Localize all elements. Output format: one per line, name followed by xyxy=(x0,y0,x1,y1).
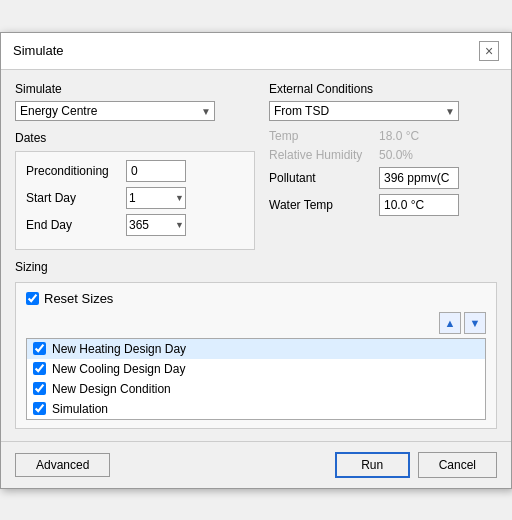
main-row: Simulate Energy Centre ▼ Dates Precondit… xyxy=(15,82,497,250)
humidity-row: Relative Humidity 50.0% xyxy=(269,148,497,162)
sizing-list: New Heating Design Day New Cooling Desig… xyxy=(26,338,486,420)
sizing-section: Reset Sizes ▲ ▼ New Heating Design Day N… xyxy=(15,282,497,429)
simulate-label: Simulate xyxy=(15,82,255,96)
sizing-toolbar: ▲ ▼ xyxy=(26,312,486,334)
reset-sizes-label: Reset Sizes xyxy=(44,291,113,306)
right-buttons: Run Cancel xyxy=(335,452,497,478)
item-checkbox-3[interactable] xyxy=(33,402,46,415)
external-dropdown-wrapper[interactable]: From TSD ▼ xyxy=(269,101,459,121)
external-conditions-section: External Conditions From TSD ▼ Temp 18.0… xyxy=(269,82,497,216)
down-arrow-button[interactable]: ▼ xyxy=(464,312,486,334)
content-area: Simulate Energy Centre ▼ Dates Precondit… xyxy=(1,70,511,441)
end-day-wrapper[interactable]: 365 ▼ xyxy=(126,214,186,236)
item-checkbox-0[interactable] xyxy=(33,342,46,355)
item-label-2: New Design Condition xyxy=(52,382,171,396)
water-temp-row: Water Temp xyxy=(269,194,497,216)
up-arrow-button[interactable]: ▲ xyxy=(439,312,461,334)
item-checkbox-2[interactable] xyxy=(33,382,46,395)
pollutant-row: Pollutant xyxy=(269,167,497,189)
dialog-title: Simulate xyxy=(13,43,64,58)
advanced-button[interactable]: Advanced xyxy=(15,453,110,477)
external-conditions-label: External Conditions xyxy=(269,82,497,96)
simulate-dropdown[interactable]: Energy Centre xyxy=(15,101,215,121)
dialog: Simulate × Simulate Energy Centre ▼ Date… xyxy=(0,32,512,489)
temp-value: 18.0 °C xyxy=(379,129,419,143)
list-item[interactable]: New Cooling Design Day xyxy=(27,359,485,379)
end-day-row: End Day 365 ▼ xyxy=(26,214,244,236)
preconditioning-label: Preconditioning xyxy=(26,164,126,178)
start-day-dropdown[interactable]: 1 xyxy=(126,187,186,209)
reset-sizes-row: Reset Sizes xyxy=(26,291,486,306)
reset-sizes-checkbox[interactable] xyxy=(26,292,39,305)
cancel-button[interactable]: Cancel xyxy=(418,452,497,478)
pollutant-label: Pollutant xyxy=(269,171,379,185)
item-label-3: Simulation xyxy=(52,402,108,416)
list-item[interactable]: Simulation xyxy=(27,399,485,419)
dates-section: Preconditioning Start Day 1 ▼ xyxy=(15,151,255,250)
dates-label: Dates xyxy=(15,131,255,145)
bottom-bar: Advanced Run Cancel xyxy=(1,441,511,488)
right-column: External Conditions From TSD ▼ Temp 18.0… xyxy=(269,82,497,250)
preconditioning-input[interactable] xyxy=(126,160,186,182)
water-temp-input[interactable] xyxy=(379,194,459,216)
title-bar: Simulate × xyxy=(1,33,511,70)
pollutant-input[interactable] xyxy=(379,167,459,189)
end-day-label: End Day xyxy=(26,218,126,232)
left-column: Simulate Energy Centre ▼ Dates Precondit… xyxy=(15,82,255,250)
preconditioning-row: Preconditioning xyxy=(26,160,244,182)
simulate-dropdown-wrapper[interactable]: Energy Centre ▼ xyxy=(15,101,215,121)
list-item[interactable]: New Heating Design Day xyxy=(27,339,485,359)
temp-row: Temp 18.0 °C xyxy=(269,129,497,143)
start-day-label: Start Day xyxy=(26,191,126,205)
item-label-1: New Cooling Design Day xyxy=(52,362,185,376)
item-label-0: New Heating Design Day xyxy=(52,342,186,356)
close-button[interactable]: × xyxy=(479,41,499,61)
start-day-wrapper[interactable]: 1 ▼ xyxy=(126,187,186,209)
sizing-arrows: ▲ ▼ xyxy=(439,312,486,334)
end-day-dropdown[interactable]: 365 xyxy=(126,214,186,236)
water-temp-label: Water Temp xyxy=(269,198,379,212)
external-dropdown[interactable]: From TSD xyxy=(269,101,459,121)
temp-label: Temp xyxy=(269,129,379,143)
sizing-label: Sizing xyxy=(15,260,497,274)
item-checkbox-1[interactable] xyxy=(33,362,46,375)
list-item[interactable]: New Design Condition xyxy=(27,379,485,399)
humidity-label: Relative Humidity xyxy=(269,148,379,162)
start-day-row: Start Day 1 ▼ xyxy=(26,187,244,209)
run-button[interactable]: Run xyxy=(335,452,410,478)
humidity-value: 50.0% xyxy=(379,148,413,162)
